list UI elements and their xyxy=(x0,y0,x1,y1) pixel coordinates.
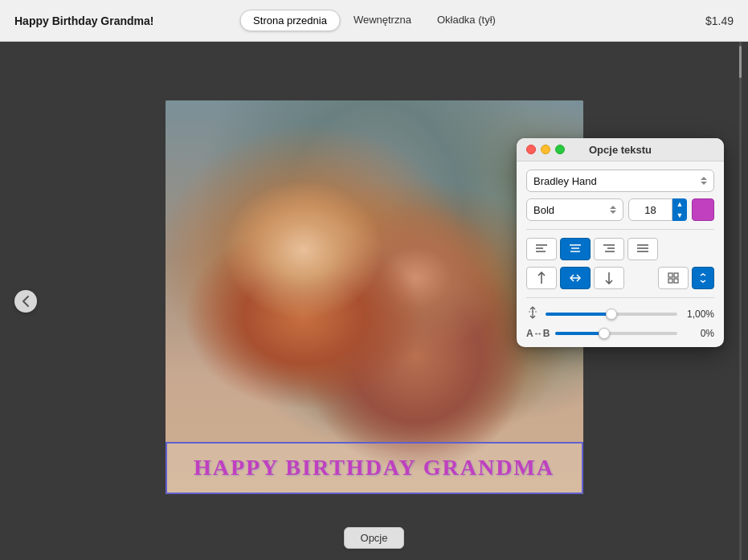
char-spacing-slider[interactable] xyxy=(555,332,677,335)
font-style-selector[interactable]: Bold xyxy=(526,198,623,221)
birthday-text: HAPPY BIRTHDAY GRANDMA xyxy=(194,455,554,480)
style-size-row: Bold 18 ▲ ▼ xyxy=(526,198,714,221)
font-row: Bradley Hand xyxy=(526,170,714,192)
line-spacing-row: 1,00% xyxy=(526,306,714,321)
tab-okladka-tyl[interactable]: Okładka (tył) xyxy=(424,10,509,31)
line-spacing-fill xyxy=(546,313,611,316)
char-spacing-row: A↔B 0% xyxy=(526,328,714,339)
svg-rect-16 xyxy=(674,273,678,277)
panel-title: Opcje tekstu xyxy=(589,144,652,156)
align-right-icon xyxy=(603,243,615,255)
align-left-icon xyxy=(535,243,548,255)
font-size-display[interactable]: 18 xyxy=(628,198,672,221)
line-spacing-svg-icon xyxy=(527,306,538,319)
align-justify-icon xyxy=(636,243,649,255)
font-size-stepper: ▲ ▼ xyxy=(672,198,687,221)
style-selector-arrows xyxy=(610,206,616,214)
valign-middle-button[interactable] xyxy=(560,267,591,289)
font-size-decrement[interactable]: ▼ xyxy=(672,210,687,221)
valign-bottom-button[interactable] xyxy=(594,267,624,289)
style-arrow-up-icon xyxy=(610,206,616,209)
svg-rect-18 xyxy=(674,279,678,283)
arrow-down-icon xyxy=(701,182,707,185)
align-center-icon xyxy=(569,243,582,255)
expand-icon xyxy=(699,273,707,283)
grid-icon xyxy=(668,272,679,284)
svg-rect-15 xyxy=(668,273,672,277)
char-spacing-label: A↔B xyxy=(526,328,549,339)
panel-titlebar: Opcje tekstu xyxy=(517,138,724,161)
expand-button[interactable] xyxy=(692,267,714,289)
panel-body: Bradley Hand Bold xyxy=(517,161,724,347)
align-left-button[interactable] xyxy=(526,238,557,260)
align-center-button[interactable] xyxy=(560,238,591,260)
options-button[interactable]: Opcje xyxy=(344,527,405,549)
divider-2 xyxy=(526,297,714,298)
text-banner[interactable]: HAPPY BIRTHDAY GRANDMA xyxy=(166,442,583,494)
line-spacing-value: 1,00% xyxy=(684,309,714,320)
size-input-group: 18 ▲ ▼ xyxy=(628,198,687,221)
traffic-lights xyxy=(526,145,565,154)
style-arrow-down-icon xyxy=(610,211,616,214)
char-spacing-fill xyxy=(555,332,604,335)
scrollbar-thumb[interactable] xyxy=(739,46,742,78)
font-selector-arrows xyxy=(701,177,707,185)
close-button[interactable] xyxy=(526,145,536,154)
font-size-label: 18 xyxy=(644,204,656,216)
font-size-increment[interactable]: ▲ xyxy=(672,198,687,210)
font-color-swatch[interactable] xyxy=(692,198,714,221)
alignment-row xyxy=(526,238,714,260)
maximize-button[interactable] xyxy=(555,145,565,154)
chevron-left-icon xyxy=(22,295,30,308)
text-options-panel: Opcje tekstu Bradley Hand Bold xyxy=(517,138,724,347)
font-selector[interactable]: Bradley Hand xyxy=(526,170,714,192)
tab-wewnetrzna[interactable]: Wewnętrzna xyxy=(341,10,424,31)
previous-arrow[interactable] xyxy=(14,290,37,313)
document-title: Happy Birthday Grandma! xyxy=(14,14,153,27)
divider-1 xyxy=(526,229,714,230)
char-spacing-value: 0% xyxy=(684,328,714,339)
main-area: HAPPY BIRTHDAY GRANDMA Opcje Opcje tekst… xyxy=(0,42,748,560)
price-label: $1.49 xyxy=(705,14,734,27)
char-spacing-thumb[interactable] xyxy=(599,328,610,339)
grid-view-button[interactable] xyxy=(658,267,689,289)
minimize-button[interactable] xyxy=(541,145,550,154)
valign-top-icon xyxy=(536,272,547,284)
valign-middle-icon xyxy=(570,272,581,284)
svg-rect-17 xyxy=(668,279,672,283)
align-justify-button[interactable] xyxy=(627,238,658,260)
line-spacing-icon xyxy=(526,306,539,321)
vertical-align-row xyxy=(526,267,714,289)
tab-strona-przednia[interactable]: Strona przednia xyxy=(239,10,341,31)
valign-top-button[interactable] xyxy=(526,267,557,289)
scrollbar-track[interactable] xyxy=(739,42,742,560)
font-style-label: Bold xyxy=(533,204,554,216)
line-spacing-thumb[interactable] xyxy=(606,309,617,320)
align-right-button[interactable] xyxy=(594,238,624,260)
line-spacing-slider[interactable] xyxy=(546,313,677,316)
font-name-label: Bradley Hand xyxy=(533,175,597,187)
arrow-up-icon xyxy=(701,177,707,180)
tab-bar: Strona przednia Wewnętrzna Okładka (tył) xyxy=(239,10,509,31)
top-bar: Happy Birthday Grandma! Strona przednia … xyxy=(0,0,748,42)
valign-bottom-icon xyxy=(603,272,615,284)
